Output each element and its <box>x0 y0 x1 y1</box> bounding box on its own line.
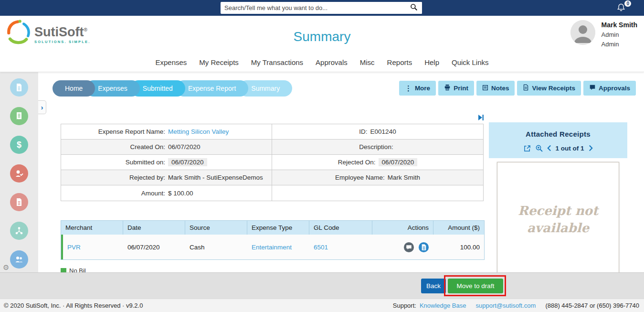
nav-quick-links[interactable]: Quick Links <box>452 58 489 66</box>
users-icon[interactable] <box>10 250 28 269</box>
support-label: Support: <box>393 302 416 309</box>
gl-code-link[interactable]: 6501 <box>314 244 328 251</box>
nav-approvals[interactable]: Approvals <box>316 58 348 66</box>
user-role: Admin <box>602 31 637 38</box>
attached-receipts-panel: Attached Receipts 1 out of 1 Receipt not… <box>489 122 627 277</box>
table-row: Rejected by:Mark Smith - SutiExpenseDemo… <box>61 170 483 185</box>
user-profile[interactable]: Mark Smith Admin Admin <box>570 20 637 48</box>
notes-button[interactable]: Notes <box>476 81 515 96</box>
field-value: Mark Smith - SutiExpenseDemos <box>168 174 263 181</box>
footer: © 2020 SutiSoft, Inc. · All Rights Reser… <box>0 299 644 312</box>
move-to-draft-button[interactable]: Move to draft <box>448 279 503 293</box>
nav-my-receipts[interactable]: My Receipts <box>199 58 239 66</box>
copyright-text: © 2020 SutiSoft, Inc. · All Rights Reser… <box>4 302 143 309</box>
approvals-icon[interactable] <box>10 164 28 183</box>
page-title: Summary <box>0 29 644 44</box>
sidebar-expander[interactable]: › <box>38 100 46 114</box>
cell-source: Cash <box>185 235 247 259</box>
table-row: Created On:06/07/2020 Description: <box>61 140 483 155</box>
nav-expenses[interactable]: Expenses <box>155 58 187 66</box>
field-label: Description: <box>359 143 393 151</box>
open-external-icon[interactable] <box>524 145 531 152</box>
field-label: Amount: <box>61 190 165 197</box>
chevron-right-icon[interactable] <box>589 145 593 151</box>
table-header-row: Merchant Date Source Expense Type GL Cod… <box>61 221 484 235</box>
cash-advance-icon[interactable]: $ <box>10 136 28 154</box>
expense-lines-table: Merchant Date Source Expense Type GL Cod… <box>61 220 485 260</box>
field-value: E001240 <box>370 128 396 135</box>
breadcrumb: Home Expenses Submitted Expense Report S… <box>53 80 292 97</box>
receipt-preview: Receipt not available <box>497 162 619 277</box>
view-receipts-button[interactable]: View Receipts <box>517 81 581 96</box>
reports-icon[interactable] <box>10 193 28 211</box>
receipt-placeholder-text: Receipt not available <box>517 202 600 237</box>
table-row: Submitted on:06/07/2020 Rejected On:06/0… <box>61 155 483 170</box>
notification-badge: 0 <box>624 0 631 7</box>
print-button[interactable]: Print <box>438 81 474 96</box>
knowledge-base-link[interactable]: Knowledge Base <box>420 302 466 309</box>
nav-help[interactable]: Help <box>424 58 439 66</box>
field-label: Employee Name: <box>335 174 385 181</box>
support-email-link[interactable]: support@sutisoft.com <box>475 302 536 309</box>
search-icon <box>410 3 418 12</box>
field-label: Submitted on: <box>61 159 165 166</box>
report-name-link[interactable]: Metting Silicon Valley <box>168 128 229 135</box>
field-value: $ 100.00 <box>168 190 193 197</box>
nav-my-transactions[interactable]: My Transactions <box>251 58 303 66</box>
field-value: 06/07/2020 <box>379 158 418 166</box>
document-icon <box>523 84 529 92</box>
receipts-icon[interactable] <box>10 107 28 125</box>
org-icon[interactable] <box>10 222 28 240</box>
nav-misc[interactable]: Misc <box>360 58 375 66</box>
receipts-controls: 1 out of 1 <box>489 144 627 152</box>
search-input[interactable] <box>221 2 406 14</box>
printer-icon <box>444 84 451 92</box>
toolbar: ⋮ More Print Notes View Receipts Approva… <box>399 81 636 96</box>
avatar <box>570 20 595 45</box>
bottom-action-bar: Back Move to draft <box>0 272 644 299</box>
user-meta: Mark Smith Admin Admin <box>602 20 637 48</box>
header: SutiSoft® SOLUTIONS. SIMPLE. Summary Mar… <box>0 16 644 53</box>
field-label: Rejected by: <box>61 174 165 181</box>
report-summary-table: Expense Report Name:Metting Silicon Vall… <box>61 124 484 201</box>
field-label: Created On: <box>61 143 165 151</box>
field-label: Expense Report Name: <box>61 128 165 135</box>
nav-reports[interactable]: Reports <box>387 58 412 66</box>
more-dots-icon: ⋮ <box>405 84 412 93</box>
merchant-link[interactable]: PVR <box>67 244 81 251</box>
notifications-button[interactable]: 0 <box>616 3 627 13</box>
field-label: ID: <box>359 128 367 135</box>
receipt-pager: 1 out of 1 <box>556 145 584 152</box>
column-header: GL Code <box>309 221 372 235</box>
expense-type-link[interactable]: Entertainment <box>252 244 292 251</box>
breadcrumb-home[interactable]: Home <box>53 80 95 97</box>
breadcrumb-expense-report[interactable]: Expense Report <box>176 80 248 97</box>
chevron-left-icon[interactable] <box>547 145 551 151</box>
receipt-action-icon[interactable] <box>418 242 429 253</box>
zoom-in-icon[interactable] <box>535 144 543 152</box>
comment-action-icon[interactable] <box>403 242 414 253</box>
search-button[interactable] <box>406 2 422 14</box>
column-header: Date <box>123 221 185 235</box>
cell-amount: 100.00 <box>433 235 484 259</box>
sidebar: $ ⚙ <box>0 72 38 272</box>
back-button[interactable]: Back <box>421 279 446 293</box>
column-header: Merchant <box>61 221 123 235</box>
expense-report-icon[interactable] <box>10 78 28 97</box>
receipts-header: Attached Receipts 1 out of 1 <box>489 122 627 158</box>
approvals-button[interactable]: Approvals <box>583 81 636 96</box>
table-row: Amount:$ 100.00 <box>61 185 483 201</box>
more-button[interactable]: ⋮ More <box>399 81 436 96</box>
field-value: Mark Smith <box>388 174 420 181</box>
gear-icon[interactable]: ⚙ <box>3 263 9 272</box>
comment-icon <box>589 84 596 92</box>
global-search <box>221 2 422 14</box>
column-header: Amount ($) <box>433 221 484 235</box>
column-header: Expense Type <box>247 221 309 235</box>
collapse-panel-icon[interactable] <box>477 114 484 123</box>
user-role: Admin <box>602 41 637 48</box>
column-header: Source <box>185 221 247 235</box>
field-value: 06/07/2020 <box>168 143 201 151</box>
field-label: Rejected On: <box>338 159 376 166</box>
support-phone: (888) 445-2847 or (650) 396-7740 <box>545 302 639 309</box>
